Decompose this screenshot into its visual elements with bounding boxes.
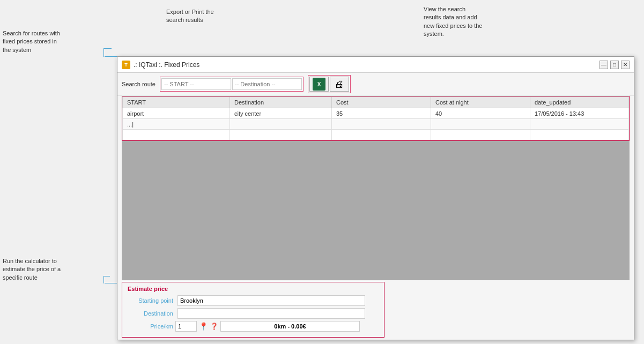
cell-cost: 35 xyxy=(332,108,431,119)
cell-destination: city center xyxy=(230,108,332,119)
cell-cost-night: 40 xyxy=(431,108,530,119)
table-row[interactable] xyxy=(123,130,629,140)
toolbar-buttons: X 🖨 xyxy=(308,75,351,93)
destination-estimate-input[interactable] xyxy=(177,308,365,319)
destination-row: Destination xyxy=(128,308,379,319)
search-route-label: Search route xyxy=(122,81,156,87)
col-start: START xyxy=(123,97,230,108)
destination-estimate-label: Destination xyxy=(128,310,173,317)
data-visualization-area xyxy=(122,141,630,280)
data-table: START Destination Cost Cost at night dat… xyxy=(122,96,629,140)
col-destination: Destination xyxy=(230,97,332,108)
cell-dest-3 xyxy=(230,130,332,140)
annotation-calculator: Run the calculator to estimate the price… xyxy=(3,257,102,282)
cell-start: airport xyxy=(123,108,230,119)
window-title: .: IQTaxi :. Fixed Prices xyxy=(134,61,199,69)
table-row[interactable]: ...| xyxy=(123,119,629,130)
question-icon: ❓ xyxy=(210,323,218,330)
table-header-row: START Destination Cost Cost at night dat… xyxy=(123,97,629,108)
excel-icon: X xyxy=(313,78,325,91)
price-result: 0km - 0.00€ xyxy=(220,321,360,332)
start-input[interactable] xyxy=(161,78,231,90)
search-box-group xyxy=(160,77,304,92)
printer-icon: 🖨 xyxy=(335,79,344,90)
table-section: START Destination Cost Cost at night dat… xyxy=(122,96,630,141)
title-bar-left: T .: IQTaxi :. Fixed Prices xyxy=(122,61,199,69)
maximize-button[interactable]: □ xyxy=(610,61,619,69)
cell-cost-3 xyxy=(332,130,431,140)
destination-input[interactable] xyxy=(232,78,302,90)
cell-date-updated: 17/05/2016 - 13:43 xyxy=(530,108,629,119)
main-window: T .: IQTaxi :. Fixed Prices — □ ✕ Search… xyxy=(117,56,634,340)
window-content: Search route X 🖨 STA xyxy=(117,73,634,340)
starting-point-row: Starting point xyxy=(128,295,379,306)
col-cost: Cost xyxy=(332,97,431,108)
title-bar-controls: — □ ✕ xyxy=(599,61,630,69)
export-excel-button[interactable]: X xyxy=(309,77,329,92)
cell-cost-2 xyxy=(332,119,431,130)
search-row: Search route X 🖨 xyxy=(117,73,634,96)
annotation-export-print: Export or Print the search results xyxy=(166,8,273,25)
cell-start-edit: ...| xyxy=(123,119,230,130)
col-date-updated: date_updated xyxy=(530,97,629,108)
pin-icon: 📍 xyxy=(199,322,208,331)
col-cost-night: Cost at night xyxy=(431,97,530,108)
title-bar: T .: IQTaxi :. Fixed Prices — □ ✕ xyxy=(117,57,634,73)
minimize-button[interactable]: — xyxy=(599,61,608,69)
price-km-row: Price/km 📍 ❓ 0km - 0.00€ xyxy=(128,321,379,332)
price-km-input[interactable] xyxy=(175,321,197,332)
content-area: START Destination Cost Cost at night dat… xyxy=(117,96,634,340)
print-button[interactable]: 🖨 xyxy=(330,77,349,92)
cell-date-3 xyxy=(530,130,629,140)
starting-point-label: Starting point xyxy=(128,297,173,304)
starting-point-input[interactable] xyxy=(177,295,365,306)
annotation-view-add: View the search results data and add new… xyxy=(424,5,517,39)
cell-start-3 xyxy=(123,130,230,140)
estimate-price-section: Estimate price Starting point Destinatio… xyxy=(122,282,384,338)
cell-cost-night-2 xyxy=(431,119,530,130)
table-row[interactable]: airport city center 35 40 17/05/2016 - 1… xyxy=(123,108,629,119)
close-button[interactable]: ✕ xyxy=(621,61,630,69)
cell-cost-night-3 xyxy=(431,130,530,140)
price-km-label: Price/km xyxy=(128,323,173,330)
annotation-search-routes: Search for routes with fixed prices stor… xyxy=(3,29,99,54)
cell-date-2 xyxy=(530,119,629,130)
app-icon: T xyxy=(122,61,130,69)
estimate-title: Estimate price xyxy=(128,286,379,292)
cell-dest-2 xyxy=(230,119,332,130)
